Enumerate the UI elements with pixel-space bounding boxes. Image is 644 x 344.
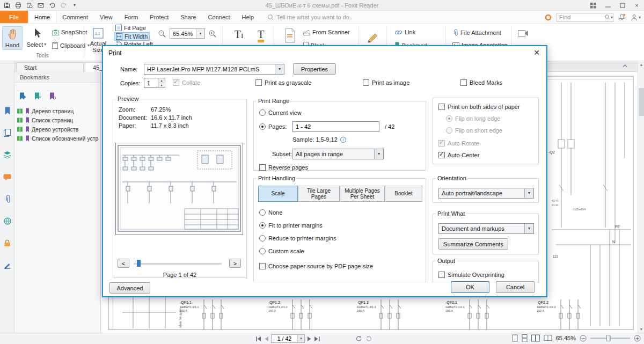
tab-help[interactable]: Help bbox=[236, 11, 260, 23]
zoom-in-button[interactable] bbox=[634, 335, 641, 342]
find-search-icon[interactable] bbox=[604, 14, 611, 20]
copies-stepper[interactable]: ▴▾ bbox=[144, 78, 165, 88]
handling-tab-multiple[interactable]: Multiple Pages Per Sheet bbox=[340, 186, 385, 202]
properties-button[interactable]: Properties bbox=[293, 63, 336, 75]
grayscale-checkbox[interactable]: Print as grayscale bbox=[255, 79, 311, 86]
auto-rotate-checkbox-box[interactable] bbox=[438, 140, 445, 147]
custom-scale-radio-box[interactable] bbox=[259, 248, 266, 254]
cancel-button[interactable]: Cancel bbox=[496, 281, 535, 293]
expand-bookmarks-icon[interactable] bbox=[19, 92, 26, 100]
minimize-button[interactable] bbox=[601, 0, 615, 11]
vertical-scrollbar[interactable]: ▲ ▼ bbox=[638, 61, 644, 333]
collate-checkbox[interactable]: Collate bbox=[173, 79, 200, 86]
tab-comment[interactable]: Comment bbox=[56, 11, 94, 23]
ok-button[interactable]: OK bbox=[451, 281, 489, 293]
zoom-combo[interactable]: 65.45% bbox=[170, 28, 205, 39]
scroll-down-icon[interactable]: ▼ bbox=[638, 326, 644, 333]
snapshot-button[interactable]: SnapShot bbox=[50, 28, 89, 36]
tab-view[interactable]: View bbox=[94, 11, 119, 23]
bookmark-item[interactable]: Дерево страниц bbox=[17, 106, 99, 115]
both-sides-checkbox[interactable]: Print on both sides of paper bbox=[438, 104, 520, 110]
page-number-input[interactable] bbox=[272, 335, 297, 342]
hand-tool-button[interactable]: Hand bbox=[2, 26, 23, 50]
reduce-margins-radio[interactable]: Reduce to printer margins bbox=[259, 235, 336, 241]
typewriter-tool-button[interactable]: TI bbox=[229, 28, 249, 41]
fit-width-button[interactable]: Fit Width bbox=[114, 32, 150, 41]
zoom-out-icon[interactable] bbox=[158, 30, 166, 38]
user-account-icon[interactable]: ▾ bbox=[631, 14, 641, 21]
link-button[interactable]: Link bbox=[393, 28, 417, 36]
save-icon[interactable] bbox=[3, 2, 11, 9]
qat-customize-icon[interactable]: ▾ bbox=[71, 2, 78, 9]
bookmarks-panel-icon[interactable] bbox=[3, 106, 12, 115]
tab-start-page[interactable]: Start bbox=[16, 62, 84, 72]
zoom-in-icon[interactable] bbox=[208, 30, 217, 38]
grayscale-checkbox-box[interactable] bbox=[255, 79, 262, 86]
current-view-radio[interactable]: Current view bbox=[259, 109, 302, 116]
print-as-image-checkbox[interactable]: Print as image bbox=[363, 79, 409, 86]
scrollbar-thumb[interactable] bbox=[639, 88, 644, 116]
flip-long-radio-box[interactable] bbox=[446, 115, 452, 122]
promo-icon[interactable] bbox=[545, 14, 552, 21]
from-scanner-button[interactable]: From Scanner bbox=[302, 28, 352, 36]
bookmark-item[interactable]: Список страниц bbox=[17, 115, 99, 125]
select-tool-button[interactable]: Select▾ bbox=[25, 26, 48, 49]
continuous-view-icon[interactable] bbox=[522, 334, 528, 342]
book-view-icon[interactable] bbox=[544, 334, 552, 342]
single-page-view-icon[interactable] bbox=[512, 334, 518, 342]
simulate-overprinting-checkbox-box[interactable] bbox=[438, 272, 445, 278]
handling-tab-booklet[interactable]: Booklet bbox=[385, 186, 422, 202]
print-icon[interactable] bbox=[14, 2, 22, 9]
undo-icon[interactable] bbox=[48, 2, 56, 9]
zoom-slider-thumb[interactable] bbox=[606, 335, 610, 341]
printer-select[interactable]: HP LaserJet Pro MFP M127-M128 PCLmS bbox=[144, 64, 284, 75]
tab-home[interactable]: Home bbox=[28, 11, 56, 23]
flip-long-radio[interactable]: Flip on long edge bbox=[446, 115, 500, 122]
reduce-margins-radio-box[interactable] bbox=[259, 235, 266, 241]
preview-prev-page-button[interactable]: < bbox=[118, 259, 129, 268]
clipboard-button[interactable]: Clipboard ▾ bbox=[50, 41, 91, 49]
current-view-radio-box[interactable] bbox=[259, 109, 266, 116]
close-button[interactable]: × bbox=[630, 0, 644, 11]
auto-center-checkbox-box[interactable] bbox=[438, 152, 445, 158]
highlight-text-tool-button[interactable]: T bbox=[252, 28, 269, 43]
pages-panel-icon[interactable] bbox=[3, 128, 12, 137]
tab-share[interactable]: Share bbox=[174, 11, 202, 23]
print-what-select[interactable]: Document and markups bbox=[438, 223, 534, 234]
find-input[interactable] bbox=[559, 14, 604, 20]
collapse-ribbon-icon[interactable] bbox=[622, 63, 628, 68]
find-options-icon[interactable]: ▾ bbox=[611, 15, 613, 20]
preview-next-page-button[interactable]: > bbox=[229, 259, 241, 268]
apps-grid-icon[interactable] bbox=[586, 0, 601, 11]
facing-view-icon[interactable] bbox=[531, 334, 540, 342]
pages-radio[interactable]: Pages: bbox=[259, 123, 287, 130]
pages-radio-box[interactable] bbox=[259, 123, 266, 130]
handling-tab-tile[interactable]: Tile Large Pages bbox=[298, 186, 340, 202]
custom-scale-radio[interactable]: Custom scale bbox=[259, 248, 304, 254]
subset-select[interactable]: All pages in range bbox=[292, 149, 384, 159]
dialog-close-icon[interactable]: ✕ bbox=[530, 48, 543, 58]
fit-page-button[interactable]: Fit Page bbox=[114, 24, 148, 32]
create-pdf-button[interactable] bbox=[279, 27, 301, 44]
video-tool-button[interactable] bbox=[515, 28, 531, 39]
reverse-pages-checkbox-box[interactable] bbox=[259, 164, 266, 171]
handling-tab-scale[interactable]: Scale bbox=[258, 186, 298, 202]
redo-icon[interactable] bbox=[60, 2, 67, 9]
fit-margins-radio[interactable]: Fit to printer margins bbox=[259, 222, 323, 229]
simulate-overprinting-checkbox[interactable]: Simulate Overprinting bbox=[438, 272, 504, 278]
both-sides-checkbox-box[interactable] bbox=[438, 104, 445, 110]
file-attachment-button[interactable]: File Attachment bbox=[451, 28, 503, 36]
new-bookmark-icon[interactable] bbox=[34, 92, 41, 100]
zoom-out-button[interactable] bbox=[580, 335, 587, 342]
auto-rotate-checkbox[interactable]: Auto-Rotate bbox=[438, 140, 479, 147]
security-panel-icon[interactable] bbox=[3, 216, 12, 225]
tab-form[interactable]: Form bbox=[119, 11, 144, 23]
bell-icon[interactable] bbox=[618, 13, 626, 21]
attachments-panel-icon[interactable] bbox=[3, 194, 12, 203]
email-icon[interactable] bbox=[37, 2, 45, 9]
stepper-down-icon[interactable]: ▾ bbox=[158, 83, 165, 87]
pen-tool-button[interactable] bbox=[364, 28, 383, 44]
flip-short-radio-box[interactable] bbox=[446, 127, 452, 134]
previous-view-icon[interactable] bbox=[355, 335, 362, 342]
bleed-marks-checkbox-box[interactable] bbox=[460, 79, 467, 86]
